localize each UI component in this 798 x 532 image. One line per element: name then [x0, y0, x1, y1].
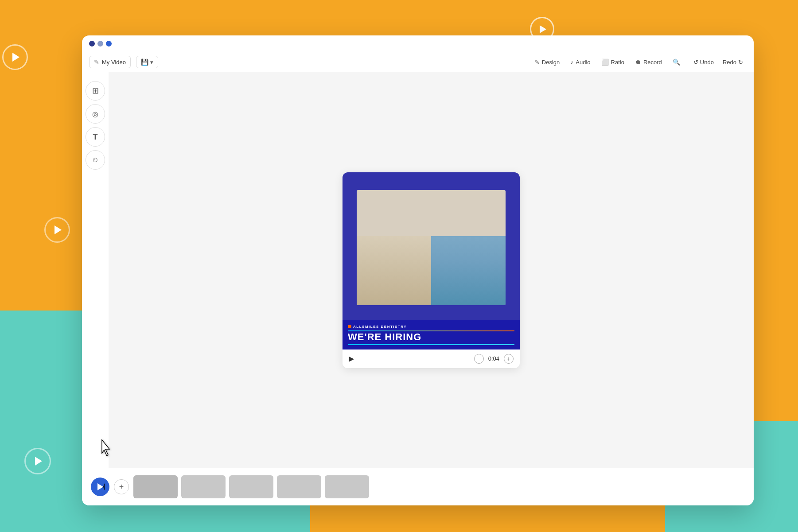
traffic-maximize[interactable]: [106, 41, 112, 47]
video-frame: ALLSMILES DENTISTRY WE'RE HIRING: [343, 172, 520, 349]
canvas-area: ALLSMILES DENTISTRY WE'RE HIRING ▶ − 0:0…: [109, 72, 754, 468]
timeline: +: [82, 468, 754, 505]
redo-label: Redo: [723, 59, 736, 66]
left-tools-panel: ⊞ ◎ T ☺: [82, 72, 109, 468]
save-dropdown-icon: ▾: [150, 59, 153, 66]
timeline-clip[interactable]: [229, 475, 273, 498]
media-icon: ☺: [92, 156, 99, 164]
overlay-text: ALLSMILES DENTISTRY WE'RE HIRING: [343, 320, 520, 349]
deco-play-top-left: [2, 44, 28, 70]
media-tool-button[interactable]: ☺: [86, 150, 105, 170]
save-icon: 💾: [141, 58, 148, 66]
headline-text: WE'RE HIRING: [348, 332, 514, 342]
save-button[interactable]: 💾 ▾: [136, 56, 158, 68]
timeline-clips: [133, 475, 745, 498]
color-tool-button[interactable]: ◎: [86, 104, 105, 124]
layout-icon: ⊞: [92, 86, 99, 96]
headline-underline: [348, 344, 514, 345]
color-icon: ◎: [92, 110, 98, 118]
dentist-photo: [357, 190, 506, 305]
brand-name: ALLSMILES DENTISTRY: [348, 325, 514, 329]
timeline-play-icon: [97, 483, 105, 490]
redo-button[interactable]: Redo ↻: [719, 57, 747, 68]
search-button[interactable]: 🔍: [668, 56, 685, 68]
deco-play-bottom-left: [24, 448, 51, 474]
timeline-add-button[interactable]: +: [114, 479, 129, 494]
audio-icon: ♪: [570, 58, 573, 66]
deco-play-left-mid: [44, 217, 70, 243]
video-preview[interactable]: ALLSMILES DENTISTRY WE'RE HIRING: [343, 172, 520, 349]
ratio-icon: ⬜: [601, 58, 609, 66]
app-window: ✎ My Video 💾 ▾ ✎ Design ♪ Audio ⬜ Ratio …: [82, 35, 754, 505]
brand-dot: [348, 325, 351, 328]
play-icon: [12, 53, 19, 62]
text-icon: T: [93, 132, 98, 142]
traffic-minimize[interactable]: [97, 41, 103, 47]
undo-button[interactable]: ↺ Undo: [690, 57, 717, 68]
traffic-close[interactable]: [89, 41, 95, 47]
design-button[interactable]: ✎ Design: [530, 56, 564, 68]
design-icon: ✎: [534, 58, 540, 66]
play-icon: [35, 457, 42, 466]
undo-label: Undo: [700, 59, 714, 66]
timeline-clip[interactable]: [181, 475, 226, 498]
toolbar: ✎ My Video 💾 ▾ ✎ Design ♪ Audio ⬜ Ratio …: [82, 52, 754, 72]
title-bar: [82, 35, 754, 52]
timeline-play-button[interactable]: [91, 478, 109, 496]
project-name-label: My Video: [102, 59, 126, 66]
content-area: ⊞ ◎ T ☺: [82, 72, 754, 468]
record-icon: ⏺: [635, 58, 641, 66]
audio-button[interactable]: ♪ Audio: [566, 56, 595, 68]
record-button[interactable]: ⏺ Record: [631, 56, 666, 68]
timeline-clip[interactable]: [133, 475, 178, 498]
pencil-icon: ✎: [94, 58, 99, 66]
play-icon: [540, 25, 546, 33]
timeline-clip[interactable]: [325, 475, 369, 498]
video-controls: ▶ − 0:04 +: [343, 349, 520, 368]
zoom-out-button[interactable]: −: [474, 354, 484, 364]
video-card: ALLSMILES DENTISTRY WE'RE HIRING ▶ − 0:0…: [343, 172, 520, 368]
zoom-in-button[interactable]: +: [504, 354, 514, 364]
layout-tool-button[interactable]: ⊞: [86, 81, 105, 101]
ratio-button[interactable]: ⬜ Ratio: [597, 56, 629, 68]
text-tool-button[interactable]: T: [86, 127, 105, 147]
undo-redo-group: ↺ Undo Redo ↻: [690, 57, 747, 68]
ratio-label: Ratio: [611, 59, 624, 66]
play-icon: [54, 225, 62, 234]
record-label: Record: [643, 59, 662, 66]
search-icon: 🔍: [673, 58, 680, 66]
redo-icon: ↻: [738, 59, 743, 66]
timeline-clip[interactable]: [277, 475, 321, 498]
project-name-btn[interactable]: ✎ My Video: [89, 56, 131, 68]
design-label: Design: [542, 59, 560, 66]
plus-icon: +: [119, 482, 124, 492]
video-play-button[interactable]: ▶: [349, 354, 354, 363]
audio-label: Audio: [576, 59, 590, 66]
undo-icon: ↺: [693, 59, 698, 66]
video-duration: 0:04: [488, 355, 499, 362]
